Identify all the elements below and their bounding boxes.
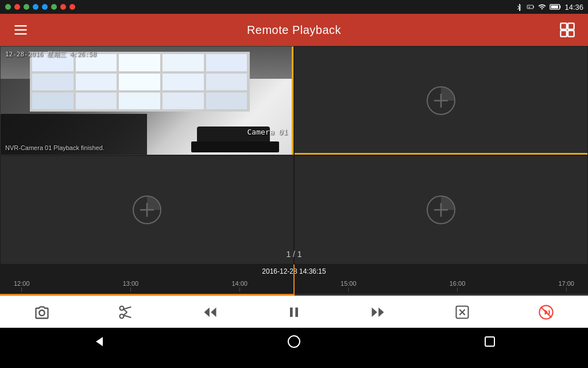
rewind-button[interactable] xyxy=(194,296,226,328)
wp13 xyxy=(119,93,160,109)
video-cell-3[interactable] xyxy=(0,155,294,264)
status-icon-1 xyxy=(5,3,11,10)
wp5 xyxy=(206,54,247,71)
svg-marker-41 xyxy=(372,307,377,316)
status-left-icons xyxy=(5,3,76,10)
tl-tick-1400: | xyxy=(239,287,240,291)
video-cell-1[interactable]: 12-28-2016 星期三 4:26:58 Camera 01 NVR-Cam… xyxy=(0,46,294,155)
svg-point-5 xyxy=(51,4,57,10)
tl-tick-1500: | xyxy=(348,287,349,291)
svg-point-7 xyxy=(69,4,75,10)
status-icon-2 xyxy=(14,3,21,10)
timeline[interactable]: 2016-12-28 14:36:15 12:00 | 13:00 | 14:0… xyxy=(0,264,588,296)
add-camera-icon-2[interactable] xyxy=(425,85,457,117)
camera-scene xyxy=(1,47,293,155)
wp7 xyxy=(76,74,117,90)
add-camera-icon-4[interactable] xyxy=(425,194,457,226)
scissors-icon xyxy=(118,304,134,320)
home-button[interactable] xyxy=(283,330,305,353)
tl-tick-1200: | xyxy=(21,287,22,291)
svg-rect-39 xyxy=(290,307,293,316)
menu-button[interactable] xyxy=(9,18,32,41)
tl-text-1200: 12:00 xyxy=(14,280,30,287)
svg-rect-18 xyxy=(560,23,567,29)
wp8 xyxy=(119,74,160,90)
fast-forward-icon xyxy=(370,304,386,320)
svg-rect-21 xyxy=(568,30,574,36)
page-indicator: 1 / 1 xyxy=(286,250,301,259)
add-camera-svg-2 xyxy=(425,85,457,117)
wp9 xyxy=(163,74,204,90)
svg-marker-38 xyxy=(211,307,216,316)
battery-x-icon xyxy=(527,3,535,11)
camera-name-overlay: Camera 01 xyxy=(247,128,288,136)
nav-bar xyxy=(0,328,588,355)
status-bar: 14:36 xyxy=(0,0,588,14)
svg-line-33 xyxy=(123,306,131,309)
scene-car-body xyxy=(191,141,279,152)
bluetooth-icon xyxy=(515,3,523,11)
window-grid xyxy=(30,52,250,111)
svg-point-0 xyxy=(5,4,11,10)
status-icon-8 xyxy=(69,3,76,10)
mute-button[interactable] xyxy=(530,296,562,328)
wp15 xyxy=(206,93,247,109)
svg-rect-40 xyxy=(295,307,298,316)
app-title: Remote Playback xyxy=(247,24,341,37)
status-icon-7 xyxy=(60,3,67,10)
pause-button[interactable] xyxy=(278,296,310,328)
bookmark-button[interactable] xyxy=(446,296,478,328)
svg-rect-50 xyxy=(485,337,494,346)
status-right-icons: 14:36 xyxy=(515,3,583,12)
tl-tick-1600: | xyxy=(457,287,458,291)
svg-rect-8 xyxy=(528,5,534,9)
video-cell-2[interactable] xyxy=(294,46,588,155)
svg-point-6 xyxy=(60,4,66,10)
recents-button[interactable] xyxy=(478,330,501,353)
active-border-bottom xyxy=(295,153,587,155)
svg-rect-20 xyxy=(560,30,567,36)
timeline-cursor xyxy=(293,264,295,296)
tl-text-1600: 16:00 xyxy=(450,280,466,287)
tl-text-1700: 17:00 xyxy=(558,280,574,287)
hamburger-icon xyxy=(13,22,29,38)
add-camera-svg-3 xyxy=(131,194,163,226)
timeline-label-1700: 17:00 | xyxy=(558,280,574,291)
svg-point-1 xyxy=(14,4,20,10)
bottom-toolbar xyxy=(0,296,588,328)
wp3 xyxy=(119,54,160,71)
home-circle-icon xyxy=(287,335,301,348)
tl-tick-1700: | xyxy=(566,287,567,291)
battery-full-icon xyxy=(550,3,561,11)
svg-marker-48 xyxy=(96,337,103,346)
split-screen-icon xyxy=(559,22,575,38)
svg-line-34 xyxy=(123,315,131,317)
rewind-icon xyxy=(202,304,218,320)
add-camera-icon-3[interactable] xyxy=(131,194,163,226)
tl-text-1400: 14:00 xyxy=(231,280,247,287)
svg-rect-13 xyxy=(560,6,561,9)
svg-marker-42 xyxy=(378,307,384,316)
time-display: 14:36 xyxy=(564,3,583,12)
camera-status-overlay: NVR-Camera 01 Playback finished. xyxy=(5,144,105,151)
fastforward-button[interactable] xyxy=(362,296,394,328)
split-screen-button[interactable] xyxy=(556,18,579,41)
recents-square-icon xyxy=(483,335,497,348)
tl-text-1300: 13:00 xyxy=(123,280,139,287)
wp14 xyxy=(163,93,204,109)
timeline-label-1600: 16:00 | xyxy=(450,280,466,291)
video-grid: 12-28-2016 星期三 4:26:58 Camera 01 NVR-Cam… xyxy=(0,46,588,264)
wp10 xyxy=(206,74,247,90)
svg-rect-19 xyxy=(568,23,574,29)
video-cell-4[interactable] xyxy=(294,155,588,264)
timeline-label-1300: 13:00 | xyxy=(123,280,139,291)
timeline-remaining-bar xyxy=(294,294,588,296)
svg-point-49 xyxy=(288,336,300,347)
app-bar: Remote Playback xyxy=(0,14,588,46)
timeline-label-1200: 12:00 | xyxy=(14,280,30,291)
clip-button[interactable] xyxy=(110,296,142,328)
back-button[interactable] xyxy=(87,330,110,353)
svg-line-36 xyxy=(123,312,127,315)
screenshot-button[interactable] xyxy=(26,296,58,328)
status-icon-5 xyxy=(41,3,48,10)
